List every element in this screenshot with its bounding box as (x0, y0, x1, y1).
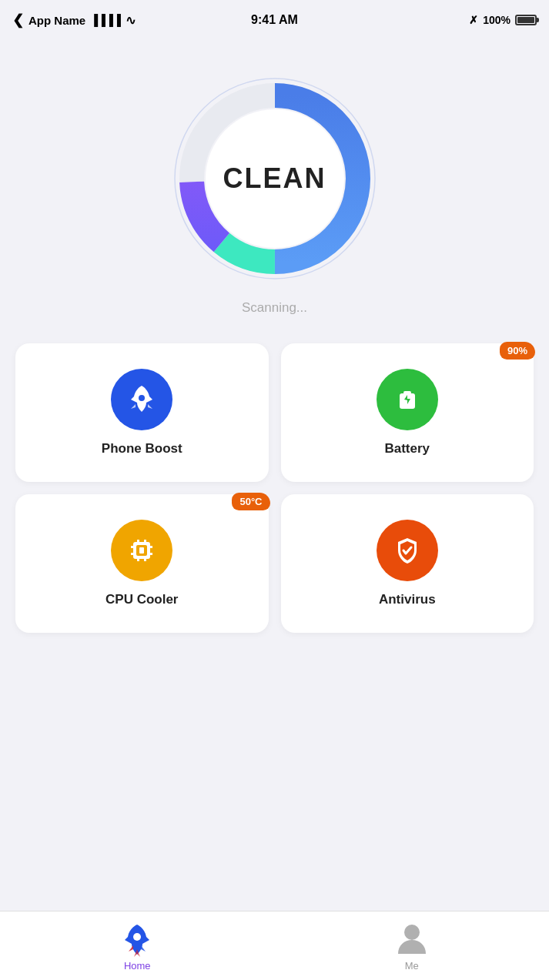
home-nav-label: Home (124, 960, 151, 972)
cpu-icon (125, 533, 159, 567)
phone-boost-icon-bg (111, 369, 172, 430)
antivirus-label: Antivirus (379, 592, 436, 607)
battery-icon-bg (377, 369, 438, 430)
svg-rect-15 (131, 546, 134, 548)
status-right: ✗ 100% (469, 14, 537, 26)
status-left: ❮ App Name ▐▐▐▐ ∿ (12, 12, 136, 28)
battery-percent: 100% (483, 14, 511, 26)
scanning-text: Scanning... (242, 300, 307, 316)
main-content: CLEAN Scanning... Phone Boost 90% (0, 40, 549, 633)
battery-icon (515, 15, 537, 25)
phone-boost-label: Phone Boost (102, 441, 182, 457)
svg-rect-17 (149, 546, 152, 548)
home-nav-icon (119, 920, 156, 957)
me-nav-icon (393, 920, 430, 957)
antivirus-card[interactable]: Antivirus (281, 494, 534, 633)
svg-point-20 (133, 933, 141, 941)
app-name: App Name (28, 14, 85, 27)
wifi-icon: ∿ (126, 13, 136, 28)
svg-point-6 (139, 395, 145, 401)
status-time: 9:41 AM (251, 13, 298, 27)
nav-me[interactable]: Me (381, 920, 443, 972)
battery-label: Battery (384, 441, 430, 457)
donut-chart: CLEAN (167, 71, 383, 286)
battery-badge: 90% (500, 342, 535, 360)
svg-rect-19 (139, 547, 144, 554)
bottom-nav: Home Me (0, 911, 549, 980)
app-icon: ❮ (12, 12, 24, 28)
cpu-badge: 50°C (232, 493, 269, 510)
donut-center-label: CLEAN (223, 162, 326, 195)
svg-rect-18 (149, 553, 152, 555)
me-nav-label: Me (405, 960, 419, 972)
nav-home[interactable]: Home (106, 920, 168, 972)
svg-rect-11 (137, 540, 139, 543)
battery-card[interactable]: 90% Battery (281, 343, 534, 482)
svg-rect-12 (144, 540, 146, 543)
cpu-cooler-card[interactable]: 50°C CPU Cooler (15, 494, 269, 633)
antivirus-icon-bg (377, 520, 438, 581)
svg-point-21 (404, 925, 420, 940)
status-bar: ❮ App Name ▐▐▐▐ ∿ 9:41 AM ✗ 100% (0, 0, 549, 40)
feature-grid: Phone Boost 90% Battery 50°C (0, 343, 549, 633)
battery-feature-icon (390, 383, 424, 416)
cpu-label: CPU Cooler (105, 592, 178, 607)
rocket-icon (125, 383, 159, 416)
cpu-icon-bg (111, 520, 172, 581)
signal-icon: ▐▐▐▐ (90, 14, 121, 26)
bluetooth-icon: ✗ (469, 14, 478, 26)
shield-icon (390, 533, 424, 567)
svg-rect-16 (131, 553, 134, 555)
svg-rect-14 (144, 558, 146, 561)
svg-rect-13 (137, 558, 139, 561)
phone-boost-card[interactable]: Phone Boost (15, 343, 269, 482)
svg-rect-8 (403, 391, 411, 394)
